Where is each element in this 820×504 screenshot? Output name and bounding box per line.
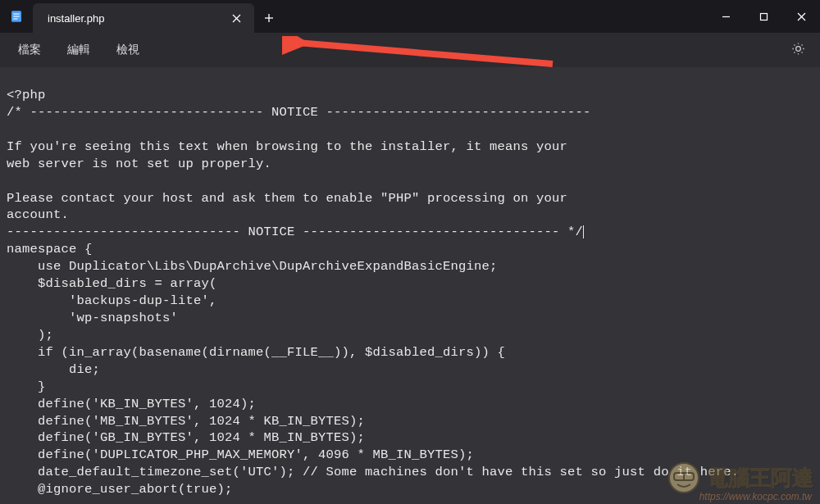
code-line: account. <box>7 207 69 222</box>
text-cursor <box>583 225 584 238</box>
editor-area[interactable]: <?php /* ------------------------------ … <box>0 67 820 504</box>
code-line: date_default_timezone_set('UTC'); // Som… <box>7 465 739 479</box>
code-line: define('MB_IN_BYTES', 1024 * KB_IN_BYTES… <box>7 414 365 429</box>
code-line: web server is not set up properly. <box>7 157 271 171</box>
code-line: ); <box>7 328 53 343</box>
code-line: define('GB_IN_BYTES', 1024 * MB_IN_BYTES… <box>7 430 365 445</box>
plus-icon <box>264 13 274 23</box>
code-line: namespace { <box>7 242 93 257</box>
menubar: 檔案 編輯 檢視 <box>0 33 820 67</box>
gear-icon <box>791 42 805 56</box>
tab-title: installer.php <box>44 12 230 25</box>
titlebar: installer.php <box>0 0 820 33</box>
code-line: die; <box>7 362 100 377</box>
tab-active[interactable]: installer.php <box>33 3 254 33</box>
settings-button[interactable] <box>781 37 815 63</box>
code-line: Please contact your host and ask them to… <box>7 191 567 206</box>
svg-rect-9 <box>760 13 767 20</box>
menu-view[interactable]: 檢視 <box>103 38 153 62</box>
maximize-button[interactable] <box>745 0 782 33</box>
close-icon <box>232 14 241 23</box>
window-controls <box>707 0 820 33</box>
code-line: ------------------------------ NOTICE --… <box>7 225 583 239</box>
app-icon <box>0 0 33 33</box>
menu-file[interactable]: 檔案 <box>5 38 54 62</box>
code-line: define('KB_IN_BYTES', 1024); <box>7 397 256 411</box>
menu-edit[interactable]: 編輯 <box>54 38 103 62</box>
code-line: use Duplicator\Libs\DupArchive\DupArchiv… <box>7 259 498 274</box>
code-line: define('DUPLICATOR_PHP_MAX_MEMORY', 4096… <box>7 447 474 462</box>
tab-strip: installer.php <box>33 0 284 33</box>
code-line: if (in_array(basename(dirname(__FILE__))… <box>7 345 505 360</box>
minimize-button[interactable] <box>707 0 745 33</box>
close-icon <box>797 12 806 21</box>
minimize-icon <box>722 12 731 21</box>
code-line: } <box>7 379 46 394</box>
code-line: @ignore_user_abort(true); <box>7 482 233 497</box>
code-line: <?php <box>7 88 46 102</box>
close-tab-button[interactable] <box>230 11 243 25</box>
notepad-icon <box>9 9 24 24</box>
code-line: /* ------------------------------ NOTICE… <box>7 105 591 120</box>
maximize-icon <box>759 12 768 21</box>
code-line: 'backups-dup-lite', <box>7 293 217 308</box>
close-window-button[interactable] <box>782 0 820 33</box>
code-line: 'wp-snapshots' <box>7 311 178 325</box>
code-line: If you're seeing this text when browsing… <box>7 139 567 154</box>
new-tab-button[interactable] <box>254 3 284 33</box>
code-line: $disabled_dirs = array( <box>7 276 217 291</box>
